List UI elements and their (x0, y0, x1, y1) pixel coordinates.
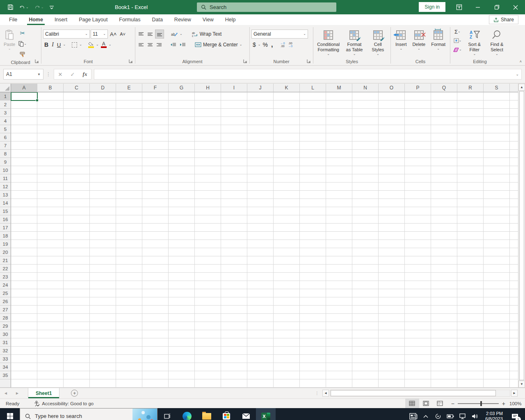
start-button[interactable] (0, 408, 20, 420)
font-dialog-launcher-icon[interactable] (129, 59, 134, 64)
decrease-decimal-button[interactable]: .00→0 (287, 40, 294, 49)
bold-button[interactable]: B (43, 40, 50, 49)
row-header-32[interactable]: 32 (0, 347, 11, 355)
insert-cells-button[interactable]: Insert ⌄ (393, 27, 409, 52)
undo-dropdown-icon[interactable]: ⌄ (26, 5, 29, 9)
zoom-slider[interactable] (458, 403, 499, 404)
percent-style-button[interactable]: % (262, 40, 269, 49)
wrap-text-button[interactable]: abc Wrap Text (191, 30, 223, 39)
scroll-down-icon[interactable]: ▼ (518, 381, 525, 388)
bottom-align-button[interactable] (155, 30, 164, 39)
vertical-scroll-thumb[interactable] (519, 91, 524, 380)
copy-dropdown-icon[interactable]: ⌄ (24, 42, 27, 46)
fill-color-dropdown-icon[interactable]: ⌄ (96, 43, 99, 46)
row-header-14[interactable]: 14 (0, 199, 11, 207)
italic-button[interactable]: I (50, 40, 55, 49)
format-cells-button[interactable]: Format ⌄ (429, 27, 447, 52)
borders-button[interactable] (71, 40, 78, 49)
cut-icon[interactable]: ✂ (17, 29, 28, 38)
row-header-35[interactable]: 35 (0, 371, 11, 379)
row-header-partial[interactable] (0, 379, 11, 388)
excel-taskbar-icon[interactable]: X (256, 408, 276, 420)
redo-button[interactable]: ⌄ (33, 3, 46, 11)
sheet-nav-left-icon[interactable]: ◄ (0, 391, 11, 395)
scroll-left-icon[interactable]: ◄ (322, 390, 329, 397)
volume-icon[interactable] (470, 413, 480, 419)
share-button[interactable]: Share (489, 15, 518, 24)
alignment-dialog-launcher-icon[interactable] (243, 59, 248, 64)
column-header-o[interactable]: O (379, 84, 405, 92)
ribbon-tab-data[interactable]: Data (146, 15, 168, 25)
row-header-8[interactable]: 8 (0, 150, 11, 158)
normal-view-button[interactable] (405, 399, 419, 408)
row-header-21[interactable]: 21 (0, 256, 11, 265)
row-header-9[interactable]: 9 (0, 158, 11, 166)
taskbar-search-box[interactable]: Type here to search (20, 408, 158, 420)
sheet-tab-sheet1[interactable]: Sheet1 (28, 388, 59, 398)
column-header-d[interactable]: D (90, 84, 116, 92)
selected-cell-a1[interactable] (11, 92, 38, 101)
row-header-16[interactable]: 16 (0, 215, 11, 224)
taskbar-clock[interactable]: 2:03 PM 6/8/2023 (482, 411, 506, 420)
action-center-button[interactable]: 1 (508, 408, 523, 420)
accessibility-status[interactable]: Accessibility: Good to go (25, 401, 94, 406)
restore-button[interactable] (487, 0, 506, 14)
vertical-scrollbar[interactable]: ▲ ▼ (518, 84, 525, 388)
conditional-formatting-button[interactable]: Conditional Formatting ⌄ (316, 27, 341, 57)
row-header-20[interactable]: 20 (0, 248, 11, 256)
column-header-f[interactable]: F (142, 84, 169, 92)
paste-dropdown-icon[interactable]: ⌄ (8, 47, 11, 50)
name-box[interactable]: A1 ▼ (3, 69, 43, 80)
row-header-7[interactable]: 7 (0, 142, 11, 150)
row-header-5[interactable]: 5 (0, 125, 11, 133)
accounting-format-button[interactable]: $ (251, 40, 257, 49)
align-right-button[interactable] (155, 40, 163, 49)
merge-center-dropdown-icon[interactable]: ⌄ (240, 43, 242, 46)
zoom-slider-handle[interactable] (480, 401, 482, 406)
sort-filter-button[interactable]: AZ Sort & Filter ⌄ (465, 27, 484, 57)
cell-grid[interactable] (11, 92, 518, 388)
ribbon-tab-page-layout[interactable]: Page Layout (73, 15, 113, 25)
name-box-dropdown-icon[interactable]: ▼ (37, 73, 41, 76)
row-header-11[interactable]: 11 (0, 174, 11, 183)
decrease-font-size-button[interactable]: A˅ (119, 30, 127, 39)
format-as-table-button[interactable]: Format as Table ⌄ (342, 27, 366, 57)
undo-button[interactable]: ⌄ (18, 3, 30, 11)
row-header-25[interactable]: 25 (0, 289, 11, 297)
column-header-e[interactable]: E (116, 84, 142, 92)
column-header-b[interactable]: B (37, 84, 64, 92)
sheet-nav-right-icon[interactable]: ► (11, 391, 23, 395)
align-left-button[interactable] (137, 40, 145, 49)
column-header-i[interactable]: I (221, 84, 247, 92)
row-header-19[interactable]: 19 (0, 240, 11, 248)
column-header-m[interactable]: M (326, 84, 352, 92)
orientation-dropdown-icon[interactable]: ⌄ (180, 32, 183, 36)
column-header-s[interactable]: S (484, 84, 510, 92)
file-explorer-taskbar-icon[interactable] (197, 408, 217, 420)
font-color-dropdown-icon[interactable]: ⌄ (109, 43, 112, 46)
tray-update-icon[interactable] (433, 413, 443, 420)
row-header-13[interactable]: 13 (0, 191, 11, 199)
insert-function-icon[interactable]: fx (79, 71, 91, 78)
enter-icon[interactable]: ✓ (66, 71, 79, 78)
row-header-31[interactable]: 31 (0, 338, 11, 347)
titlebar-search-box[interactable]: Search (197, 2, 336, 12)
column-header-k[interactable]: K (274, 84, 300, 92)
clipboard-dialog-launcher-icon[interactable] (35, 59, 40, 64)
middle-align-button[interactable] (146, 30, 154, 39)
row-header-27[interactable]: 27 (0, 306, 11, 314)
increase-decimal-button[interactable]: ←0.00 (279, 40, 286, 49)
redo-dropdown-icon[interactable]: ⌄ (41, 5, 44, 9)
borders-dropdown-icon[interactable]: ⌄ (79, 43, 82, 46)
sign-in-button[interactable]: Sign in (419, 2, 445, 12)
row-header-28[interactable]: 28 (0, 314, 11, 322)
column-header-l[interactable]: L (300, 84, 326, 92)
horizontal-scrollbar[interactable]: ◄ ► (322, 390, 518, 397)
news-and-interests-icon[interactable] (408, 413, 419, 420)
search-highlights-image[interactable] (132, 409, 157, 420)
row-header-12[interactable]: 12 (0, 183, 11, 191)
fill-color-button[interactable] (87, 40, 95, 49)
ribbon-tab-insert[interactable]: Insert (49, 15, 73, 25)
ribbon-tab-formulas[interactable]: Formulas (113, 15, 146, 25)
underline-button[interactable]: U (56, 40, 62, 49)
